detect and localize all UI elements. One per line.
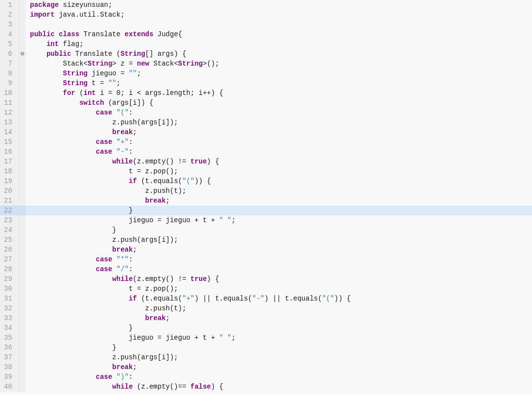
code-token: : — [129, 256, 133, 263]
code-token: package — [30, 1, 59, 9]
table-row: 15 case "+": — [0, 137, 532, 147]
code-token: ; — [166, 197, 170, 205]
line-code: case "+": — [26, 137, 532, 147]
table-row: 6⊖ public Translate (String[] args) { — [0, 49, 532, 59]
code-token — [30, 89, 63, 97]
line-indicator — [18, 29, 26, 39]
line-number: 39 — [0, 372, 18, 382]
line-number: 37 — [0, 352, 18, 362]
line-code: jieguo = jieguo + t + " "; — [26, 333, 532, 343]
line-code — [26, 20, 532, 29]
code-token: switch — [79, 99, 104, 107]
code-token: ")" — [116, 373, 129, 381]
table-row: 24 } — [0, 225, 532, 235]
code-token: )) { — [194, 177, 211, 185]
table-row: 5 int flag; — [0, 39, 532, 49]
line-code: z.push(t); — [26, 186, 532, 196]
table-row: 7 Stack<String> z = new Stack<String>(); — [0, 59, 532, 69]
line-number: 30 — [0, 284, 18, 294]
line-code: if (t.equals("(")) { — [26, 176, 532, 186]
code-token: case — [96, 256, 113, 263]
code-token: "-" — [116, 148, 129, 156]
line-number: 6 — [0, 49, 18, 59]
code-token: (t.equals( — [137, 177, 182, 185]
line-number: 20 — [0, 186, 18, 196]
code-token — [30, 246, 112, 254]
table-row: 34 } — [0, 323, 532, 333]
code-token: "-" — [252, 295, 264, 302]
code-token: "(" — [116, 109, 129, 116]
line-code: public class Translate extends Judge{ — [26, 29, 532, 39]
code-token: ; — [231, 334, 235, 342]
line-number: 4 — [0, 29, 18, 39]
line-indicator — [18, 225, 26, 235]
line-indicator — [18, 176, 26, 186]
line-number: 32 — [0, 303, 18, 313]
line-code: z.push(args[i]); — [26, 235, 532, 245]
table-row: 18 t = z.pop(); — [0, 166, 532, 176]
code-token: t = — [88, 79, 108, 87]
line-number: 12 — [0, 108, 18, 117]
code-token — [112, 256, 116, 263]
line-number: 18 — [0, 166, 18, 176]
line-indicator — [18, 303, 26, 313]
code-token: ; — [231, 216, 235, 224]
table-row: 20 z.push(t); — [0, 186, 532, 196]
code-token: : — [129, 373, 133, 381]
code-token: break — [112, 363, 133, 371]
code-token: [] args) { — [145, 50, 186, 58]
line-code: while (z.empty()== false) { — [26, 382, 532, 392]
table-row: 40 while (z.empty()== false) { — [0, 382, 532, 392]
line-indicator — [18, 117, 26, 127]
table-row: 33 break; — [0, 313, 532, 323]
line-indicator — [18, 20, 26, 29]
line-number: 7 — [0, 59, 18, 69]
code-token: "+" — [116, 138, 129, 146]
code-token — [30, 275, 112, 283]
line-number: 35 — [0, 333, 18, 343]
line-indicator — [18, 108, 26, 117]
line-indicator — [18, 284, 26, 294]
line-number: 5 — [0, 39, 18, 49]
line-code: jieguo = jieguo + t + " "; — [26, 215, 532, 225]
line-number: 1 — [0, 0, 18, 10]
line-number: 22 — [0, 206, 18, 215]
code-token — [55, 30, 59, 38]
code-token — [30, 197, 145, 205]
line-indicator — [18, 313, 26, 323]
code-token — [30, 79, 63, 87]
line-code: break; — [26, 313, 532, 323]
table-row: 2import java.util.Stack; — [0, 10, 532, 20]
table-row: 37 z.push(args[i]); — [0, 352, 532, 362]
table-row: 21 break; — [0, 196, 532, 206]
code-token: } — [30, 207, 133, 214]
line-indicator — [18, 78, 26, 88]
line-number: 36 — [0, 343, 18, 352]
code-token: String — [120, 50, 145, 58]
line-indicator — [18, 323, 26, 333]
code-token — [30, 148, 95, 156]
table-row: 12 case "(": — [0, 108, 532, 117]
code-token — [112, 109, 116, 116]
line-indicator — [18, 382, 26, 392]
line-code: t = z.pop(); — [26, 284, 532, 294]
line-indicator — [18, 352, 26, 362]
line-indicator — [18, 59, 26, 69]
table-row: 32 z.push(t); — [0, 303, 532, 313]
line-indicator — [18, 215, 26, 225]
code-token: ; — [133, 363, 137, 371]
code-token — [30, 158, 112, 165]
line-code: } — [26, 343, 532, 352]
code-token: break — [145, 197, 166, 205]
code-token: ; — [116, 79, 120, 87]
table-row: 31 if (t.equals("+") || t.equals("-") ||… — [0, 294, 532, 303]
code-token: " " — [219, 334, 231, 342]
line-number: 9 — [0, 78, 18, 88]
code-token: ) { — [207, 275, 219, 283]
code-token: break — [112, 246, 133, 254]
line-code: int flag; — [26, 39, 532, 49]
code-token: t = z.pop(); — [30, 285, 178, 293]
line-number: 3 — [0, 20, 18, 29]
code-token: t = z.pop(); — [30, 167, 178, 175]
code-token: case — [96, 373, 113, 381]
